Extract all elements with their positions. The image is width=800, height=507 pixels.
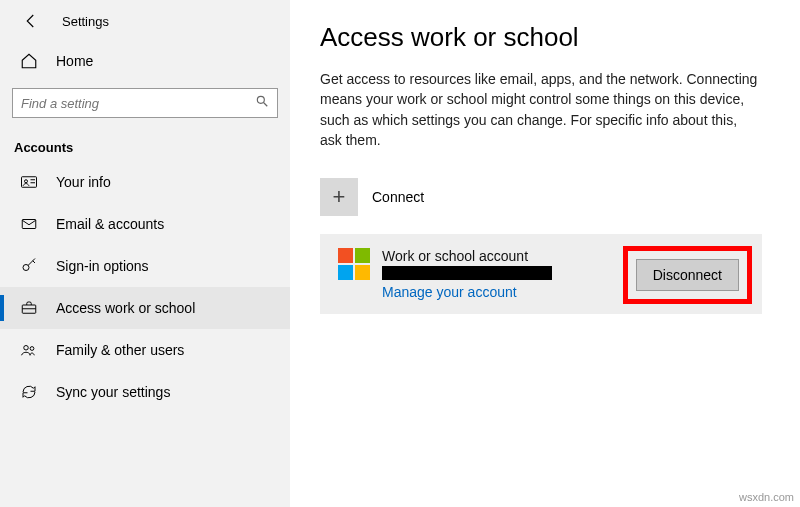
search-input[interactable] [21, 96, 255, 111]
back-arrow-icon[interactable] [22, 12, 40, 30]
key-icon [20, 257, 38, 275]
connect-label: Connect [372, 189, 424, 205]
sidebar-item-email-accounts[interactable]: Email & accounts [0, 203, 290, 245]
section-label: Accounts [0, 130, 290, 161]
sidebar-item-your-info[interactable]: Your info [0, 161, 290, 203]
search-icon [255, 94, 269, 112]
briefcase-icon [20, 299, 38, 317]
sidebar-item-sync-settings[interactable]: Sync your settings [0, 371, 290, 413]
connect-button[interactable]: + Connect [320, 178, 770, 216]
disconnect-button[interactable]: Disconnect [636, 259, 739, 291]
mail-icon [20, 215, 38, 233]
svg-point-4 [23, 265, 29, 271]
home-nav[interactable]: Home [0, 44, 290, 78]
sidebar-item-family-users[interactable]: Family & other users [0, 329, 290, 371]
sidebar-item-label: Email & accounts [56, 216, 164, 232]
sidebar-item-label: Sync your settings [56, 384, 170, 400]
person-card-icon [20, 173, 38, 191]
microsoft-logo-icon [338, 248, 370, 280]
svg-point-7 [30, 347, 34, 351]
account-card[interactable]: Work or school account Manage your accou… [320, 234, 762, 314]
sidebar-item-label: Access work or school [56, 300, 195, 316]
search-input-container[interactable] [12, 88, 278, 118]
svg-rect-3 [22, 220, 36, 229]
sync-icon [20, 383, 38, 401]
main-content: Access work or school Get access to reso… [290, 0, 800, 507]
window-title: Settings [62, 14, 109, 29]
sidebar-item-access-work-school[interactable]: Access work or school [0, 287, 290, 329]
home-icon [20, 52, 38, 70]
account-title: Work or school account [382, 248, 552, 264]
sidebar-item-signin-options[interactable]: Sign-in options [0, 245, 290, 287]
sidebar: Settings Home Accounts Your info Email &… [0, 0, 290, 507]
page-title: Access work or school [320, 22, 770, 53]
window-header: Settings [0, 0, 290, 44]
svg-point-6 [24, 346, 29, 351]
plus-icon: + [320, 178, 358, 216]
disconnect-highlight: Disconnect [623, 246, 752, 304]
account-text: Work or school account Manage your accou… [382, 248, 552, 300]
account-email-redacted [382, 266, 552, 280]
sidebar-item-label: Family & other users [56, 342, 184, 358]
sidebar-item-label: Your info [56, 174, 111, 190]
page-description: Get access to resources like email, apps… [320, 69, 760, 150]
home-label: Home [56, 53, 93, 69]
svg-point-2 [25, 180, 28, 183]
svg-point-0 [257, 96, 264, 103]
people-icon [20, 341, 38, 359]
manage-account-link[interactable]: Manage your account [382, 284, 552, 300]
watermark: wsxdn.com [739, 491, 794, 503]
sidebar-item-label: Sign-in options [56, 258, 149, 274]
